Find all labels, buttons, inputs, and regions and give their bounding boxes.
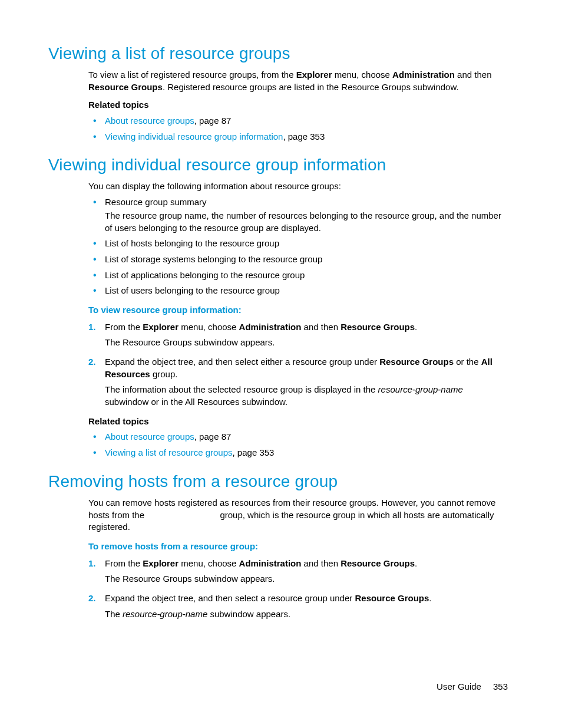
text: . <box>415 558 417 568</box>
related-topics-label: Related topics <box>88 416 508 428</box>
list-item: About resource groups, page 87 <box>88 431 508 443</box>
list-item: Viewing individual resource group inform… <box>88 131 508 143</box>
text: menu, choose <box>332 70 393 80</box>
text: Expand the object tree, and then select … <box>105 357 379 367</box>
section1-intro: To view a list of registered resource gr… <box>88 69 508 93</box>
text: . <box>429 593 431 603</box>
text: menu, choose <box>178 558 239 568</box>
list-item: List of users belonging to the resource … <box>88 285 508 297</box>
bold-resource-groups: Resource Groups <box>340 322 415 332</box>
text: . <box>415 322 417 332</box>
list-item: About resource groups, page 87 <box>88 115 508 127</box>
heading-viewing-list: Viewing a list of resource groups <box>48 44 508 63</box>
bold-administration: Administration <box>239 322 302 332</box>
text: From the <box>105 322 143 332</box>
bullet-desc: The resource group name, the number of r… <box>105 210 508 234</box>
step-result: The Resource Groups subwindow appears. <box>105 573 508 585</box>
bold-resource-groups: Resource Groups <box>379 357 454 367</box>
section1-body: To view a list of registered resource gr… <box>88 69 508 143</box>
link-viewing-individual[interactable]: Viewing individual resource group inform… <box>105 131 283 141</box>
page-number: 353 <box>493 681 508 691</box>
text: and then <box>301 558 340 568</box>
list-item: Resource group summary The resource grou… <box>88 196 508 234</box>
step-result: The Resource Groups subwindow appears. <box>105 337 508 349</box>
link-about-resource-groups[interactable]: About resource groups <box>105 116 194 126</box>
page-footer: User Guide353 <box>437 681 508 691</box>
text: subwindow appears. <box>207 609 290 619</box>
footer-label: User Guide <box>437 681 481 691</box>
bold-resource-groups: Resource Groups <box>355 593 429 603</box>
text: The information about the selected resou… <box>105 384 378 394</box>
section2-intro: You can display the following informatio… <box>88 180 508 193</box>
text: Expand the object tree, and then select … <box>105 593 355 603</box>
text: The <box>105 609 123 619</box>
bold-resource-groups: Resource Groups <box>340 558 415 568</box>
step: From the Explorer menu, choose Administr… <box>88 558 508 585</box>
text: or the <box>454 357 481 367</box>
text: menu, choose <box>178 322 239 332</box>
step: From the Explorer menu, choose Administr… <box>88 321 508 349</box>
bold-resource-groups: Resource Groups <box>88 82 163 92</box>
bold-explorer: Explorer <box>143 322 178 332</box>
heading-removing-hosts: Removing hosts from a resource group <box>48 472 508 491</box>
text: . Registered resource groups are listed … <box>163 82 459 92</box>
section3-steps: From the Explorer menu, choose Administr… <box>88 558 508 621</box>
text: , page 87 <box>194 116 232 126</box>
link-about-resource-groups[interactable]: About resource groups <box>105 431 194 442</box>
section2-steps: From the Explorer menu, choose Administr… <box>88 321 508 409</box>
list-item: List of applications belonging to the re… <box>88 269 508 282</box>
text: and then <box>455 70 492 80</box>
related-topics-label: Related topics <box>88 99 508 111</box>
text: subwindow or in the All Resources subwin… <box>105 397 287 407</box>
list-item: List of hosts belonging to the resource … <box>88 238 508 250</box>
step: Expand the object tree, and then select … <box>88 592 508 620</box>
step: Expand the object tree, and then select … <box>88 356 508 409</box>
bold-explorer: Explorer <box>296 70 332 80</box>
heading-viewing-individual: Viewing individual resource group inform… <box>48 156 508 174</box>
related-topics-list: About resource groups, page 87 Viewing a… <box>88 431 508 459</box>
bold-explorer: Explorer <box>143 558 178 568</box>
bold-administration: Administration <box>239 558 302 568</box>
text: , page 353 <box>283 131 325 141</box>
section3-body: You can remove hosts registered as resou… <box>88 497 508 621</box>
bold-administration: Administration <box>392 70 455 80</box>
italic-resource-group-name: resource-group-name <box>378 384 463 394</box>
section2-body: You can display the following informatio… <box>88 180 508 459</box>
procedure-label: To remove hosts from a resource group: <box>88 541 508 553</box>
text: To view a list of registered resource gr… <box>88 70 296 80</box>
related-topics-list: About resource groups, page 87 Viewing i… <box>88 115 508 143</box>
bullet-title: Resource group summary <box>105 197 207 207</box>
list-item: List of storage systems belonging to the… <box>88 253 508 266</box>
section3-intro: You can remove hosts registered as resou… <box>88 497 508 533</box>
list-item: Viewing a list of resource groups, page … <box>88 447 508 459</box>
procedure-label: To view resource group information: <box>88 304 508 317</box>
text: group, which is the resource group in wh… <box>88 510 494 532</box>
link-viewing-list[interactable]: Viewing a list of resource groups <box>105 447 233 457</box>
text: , page 87 <box>194 431 232 442</box>
text: group. <box>150 369 178 379</box>
text: , page 353 <box>233 447 275 457</box>
text: From the <box>105 558 143 568</box>
step-result: The information about the selected resou… <box>105 384 508 408</box>
text: and then <box>301 322 340 332</box>
section2-bullets: Resource group summary The resource grou… <box>88 196 508 297</box>
step-result: The resource-group-name subwindow appear… <box>105 608 508 621</box>
italic-resource-group-name: resource-group-name <box>123 609 207 619</box>
